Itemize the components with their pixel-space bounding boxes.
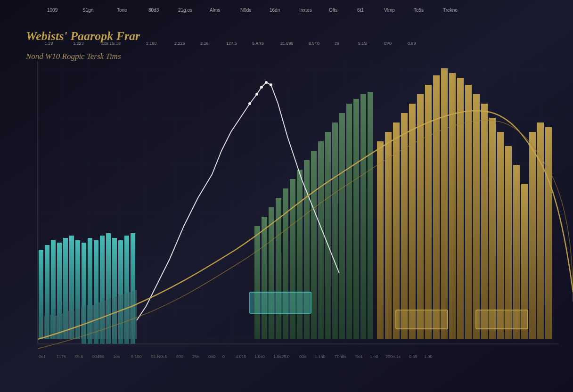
svg-text:16dn: 16dn xyxy=(270,8,280,13)
svg-rect-90 xyxy=(64,312,66,339)
svg-rect-64 xyxy=(417,94,424,339)
svg-rect-70 xyxy=(465,85,472,339)
svg-rect-60 xyxy=(385,132,392,339)
svg-rect-114 xyxy=(132,291,134,339)
svg-rect-92 xyxy=(70,310,72,339)
svg-text:Alms: Alms xyxy=(210,8,220,13)
svg-text:2.225: 2.225 xyxy=(174,41,185,46)
svg-text:Webists' Paaropk Frar: Webists' Paaropk Frar xyxy=(26,29,140,43)
svg-text:1.1n0: 1.1n0 xyxy=(315,354,326,359)
svg-rect-82 xyxy=(41,318,43,339)
svg-text:Vlmp: Vlmp xyxy=(384,8,395,13)
svg-rect-42 xyxy=(254,226,260,339)
svg-rect-66 xyxy=(433,75,440,339)
svg-text:Nond W10 Rogpic Tersk Tims: Nond W10 Rogpic Tersk Tims xyxy=(25,52,121,61)
svg-rect-78 xyxy=(529,132,536,339)
svg-rect-58 xyxy=(368,92,373,339)
svg-text:200n.1s: 200n.1s xyxy=(385,354,401,359)
svg-point-119 xyxy=(265,81,268,84)
svg-rect-102 xyxy=(98,302,100,339)
svg-rect-112 xyxy=(126,293,128,339)
svg-rect-95 xyxy=(78,309,80,339)
svg-text:0.89: 0.89 xyxy=(408,41,416,46)
svg-text:S1gn: S1gn xyxy=(82,8,93,13)
svg-text:80d3: 80d3 xyxy=(148,8,159,13)
svg-text:So1: So1 xyxy=(355,354,363,359)
chart-svg: 1009 S1gn Tone 80d3 21g.os Alms N0ds 16d… xyxy=(0,0,573,392)
svg-rect-99 xyxy=(90,306,91,339)
svg-text:5.AR6: 5.AR6 xyxy=(252,41,264,46)
svg-text:Inxtes: Inxtes xyxy=(299,8,312,13)
svg-rect-111 xyxy=(123,294,125,339)
svg-text:03456: 03456 xyxy=(92,354,104,359)
svg-rect-93 xyxy=(73,311,74,339)
svg-rect-115 xyxy=(135,290,137,339)
svg-text:0n0: 0n0 xyxy=(208,354,215,359)
svg-rect-74 xyxy=(497,132,504,339)
svg-text:0o1: 0o1 xyxy=(39,354,46,359)
svg-text:T0n8s: T0n8s xyxy=(335,354,347,359)
svg-rect-87 xyxy=(56,316,57,339)
svg-rect-44 xyxy=(269,207,274,339)
svg-text:1.0s25.0: 1.0s25.0 xyxy=(273,354,290,359)
svg-rect-103 xyxy=(101,302,103,339)
svg-rect-125 xyxy=(476,310,528,329)
svg-text:Tone: Tone xyxy=(117,8,127,13)
svg-rect-94 xyxy=(75,310,77,339)
svg-text:1.0s0: 1.0s0 xyxy=(254,354,265,359)
svg-rect-48 xyxy=(297,170,303,339)
svg-rect-52 xyxy=(325,132,331,339)
svg-text:5.1S: 5.1S xyxy=(358,41,367,46)
svg-text:2.180: 2.180 xyxy=(146,41,157,46)
svg-rect-57 xyxy=(360,94,366,339)
svg-text:8.5T0: 8.5T0 xyxy=(309,41,319,46)
svg-rect-63 xyxy=(409,104,416,339)
svg-text:0.69: 0.69 xyxy=(409,354,417,359)
svg-text:N0ds: N0ds xyxy=(240,8,251,13)
svg-rect-50 xyxy=(311,151,317,339)
svg-rect-53 xyxy=(332,122,338,339)
svg-rect-110 xyxy=(121,295,123,339)
svg-rect-80 xyxy=(545,127,552,339)
svg-rect-73 xyxy=(489,118,496,339)
svg-rect-81 xyxy=(39,320,41,339)
svg-rect-123 xyxy=(396,310,448,329)
svg-rect-86 xyxy=(53,313,55,339)
svg-rect-72 xyxy=(481,104,488,339)
svg-text:To5s: To5s xyxy=(414,8,424,13)
svg-rect-107 xyxy=(112,298,114,339)
svg-point-116 xyxy=(248,102,251,105)
svg-text:5.100: 5.100 xyxy=(131,354,142,359)
svg-rect-113 xyxy=(129,292,131,339)
svg-rect-51 xyxy=(318,141,324,339)
svg-rect-47 xyxy=(290,179,295,339)
svg-text:4.010: 4.010 xyxy=(236,354,246,359)
svg-rect-105 xyxy=(106,300,108,339)
svg-text:127.5: 127.5 xyxy=(226,41,237,46)
svg-text:3.16: 3.16 xyxy=(200,41,209,46)
svg-text:00n: 00n xyxy=(299,354,306,359)
svg-rect-54 xyxy=(339,113,345,339)
svg-text:6t1: 6t1 xyxy=(357,8,364,13)
svg-text:21.888: 21.888 xyxy=(280,41,294,46)
svg-text:800: 800 xyxy=(176,354,183,359)
svg-rect-96 xyxy=(81,307,83,339)
svg-text:0: 0 xyxy=(222,354,225,359)
svg-text:25n: 25n xyxy=(192,354,199,359)
svg-text:Ofts: Ofts xyxy=(329,8,337,13)
svg-rect-121 xyxy=(250,292,311,313)
svg-text:1.00: 1.00 xyxy=(424,354,433,359)
svg-text:1os: 1os xyxy=(113,354,120,359)
svg-text:Trekno: Trekno xyxy=(443,8,458,13)
svg-text:3S.6: 3S.6 xyxy=(74,354,83,359)
svg-text:1009: 1009 xyxy=(47,8,58,13)
svg-rect-88 xyxy=(58,315,60,339)
svg-rect-55 xyxy=(346,104,352,339)
svg-text:1.o0: 1.o0 xyxy=(370,354,378,359)
svg-point-120 xyxy=(270,83,272,86)
svg-rect-61 xyxy=(393,122,400,339)
chart-container: 1009 S1gn Tone 80d3 21g.os Alms N0ds 16d… xyxy=(0,0,573,392)
svg-rect-108 xyxy=(115,297,117,339)
svg-rect-101 xyxy=(95,304,97,339)
svg-text:1175: 1175 xyxy=(57,354,66,359)
